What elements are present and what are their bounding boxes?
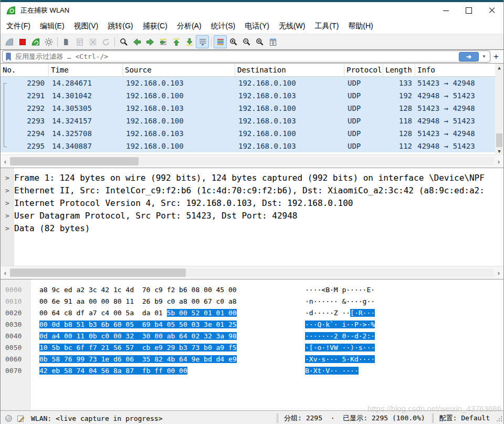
menu-item[interactable]: 编辑(E)	[35, 19, 69, 33]
scrollbar-track[interactable]	[10, 157, 494, 166]
start-capture-button[interactable]	[3, 35, 16, 48]
column-header[interactable]: Protocol	[344, 64, 383, 76]
hex-ascii[interactable]: ·d·····Z ··[·R···	[305, 307, 375, 319]
hex-ascii[interactable]: ····<B·M p·····E·	[305, 284, 375, 296]
close-file-button[interactable]	[86, 35, 99, 48]
column-header[interactable]: Length	[383, 64, 415, 76]
display-filter-input[interactable]	[14, 52, 459, 61]
details-line[interactable]: >Ethernet II, Src: IntelCor_c9:f2:b6 (1c…	[1, 184, 503, 197]
details-line[interactable]: >Data (82 bytes)	[1, 222, 503, 234]
hex-row[interactable]: 0000a8 9c ed a2 3c 42 1c 4d 70 c9 f2 b6 …	[1, 284, 503, 296]
hex-bytes[interactable]: 0b 58 76 99 73 1e d6 06 35 82 4b 64 9e b…	[39, 354, 279, 365]
details-line[interactable]: >Frame 1: 124 bytes on wire (992 bits), …	[1, 171, 503, 184]
scrollbar-thumb[interactable]	[496, 133, 502, 147]
bookmark-icon[interactable]	[5, 53, 12, 61]
menu-item[interactable]: 跳转(G)	[103, 19, 138, 33]
hex-ascii[interactable]: B·Xt·V·· ····	[305, 365, 359, 377]
maximize-button[interactable]	[457, 2, 480, 19]
packet-row[interactable]: 229214.305305192.168.0.103192.168.0.100U…	[1, 102, 496, 115]
menu-item[interactable]: 视图(V)	[69, 19, 103, 33]
packet-row[interactable]: 229514.340887192.168.0.100192.168.0.103U…	[1, 140, 496, 152]
hex-ascii[interactable]: ·n······ &····g··	[305, 296, 375, 307]
open-file-button[interactable]	[60, 35, 73, 48]
hex-bytes[interactable]: 10 5b bc 6f f7 21 56 57 cb e9 29 b3 73 b…	[39, 342, 279, 354]
restart-capture-button[interactable]	[29, 35, 42, 48]
expert-info-icon[interactable]	[5, 415, 13, 422]
hex-bytes[interactable]: 0d a4 00 11 0b c0 00 32 30 00 ab 64 02 3…	[39, 330, 279, 342]
expand-chevron-icon[interactable]: >	[1, 224, 14, 232]
details-horizontal-scrollbar[interactable]: ‹ ›	[1, 266, 503, 279]
zoom-out-button[interactable]	[240, 35, 253, 48]
column-header[interactable]: No.	[1, 64, 49, 76]
stop-capture-button[interactable]	[16, 35, 29, 48]
find-packet-button[interactable]	[117, 35, 130, 48]
packet-row[interactable]: 229414.325708192.168.0.103192.168.0.100U…	[1, 127, 496, 140]
capture-comment-icon[interactable]	[17, 415, 25, 422]
scrollbar-thumb[interactable]	[10, 268, 186, 277]
hex-row[interactable]: 002000 64 c8 df a7 c4 00 5a da 01 5b 00 …	[1, 307, 503, 319]
menu-item[interactable]: 电话(Y)	[240, 19, 274, 33]
expand-chevron-icon[interactable]: >	[1, 174, 14, 182]
hex-row[interactable]: 001000 6e 91 aa 00 00 80 11 26 b9 c0 a8 …	[1, 296, 503, 307]
menu-item[interactable]: 统计(S)	[206, 19, 240, 33]
hex-bytes[interactable]: 00 0d b8 51 b3 6b 60 05 69 b4 05 50 03 3…	[39, 319, 279, 330]
packet-row[interactable]: 229314.324157192.168.0.100192.168.0.103U…	[1, 115, 496, 127]
hex-ascii[interactable]: ···Q·k`· i··P·>·%	[305, 319, 375, 330]
hex-ascii[interactable]: ·······2 0··d·2:·	[305, 330, 375, 342]
add-filter-button[interactable]: +	[490, 51, 502, 62]
hex-ascii[interactable]: ·[·o·!VW ··)·s···	[305, 342, 375, 354]
hex-bytes[interactable]: 42 eb 58 74 04 56 8a 87 fb ff 00 00	[39, 365, 279, 377]
go-to-packet-button[interactable]	[156, 35, 170, 48]
expand-chevron-icon[interactable]: >	[1, 199, 14, 207]
hex-bytes[interactable]: 00 6e 91 aa 00 00 80 11 26 b9 c0 a8 00 6…	[39, 296, 279, 307]
hex-row[interactable]: 00400d a4 00 11 0b c0 00 32 30 00 ab 64 …	[1, 330, 503, 342]
hex-row[interactable]: 007042 eb 58 74 04 56 8a 87 fb ff 00 00B…	[1, 365, 503, 377]
resize-columns-button[interactable]	[266, 35, 279, 48]
scrollbar-track[interactable]	[10, 268, 494, 277]
scroll-right-arrow-icon[interactable]: ›	[494, 269, 503, 277]
zoom-reset-button[interactable]	[253, 35, 266, 48]
auto-scroll-button[interactable]	[196, 35, 209, 48]
minimize-button[interactable]	[434, 2, 457, 19]
resize-grip[interactable]	[495, 415, 502, 422]
close-button[interactable]	[480, 2, 503, 19]
menu-item[interactable]: 分析(A)	[172, 19, 206, 33]
go-to-bottom-button[interactable]	[183, 35, 196, 48]
save-file-button[interactable]	[73, 35, 86, 48]
go-back-button[interactable]	[130, 35, 143, 48]
packet-list-vertical-scrollbar[interactable]: ▲ ▼	[495, 64, 503, 155]
menu-item[interactable]: 帮助(H)	[343, 19, 377, 33]
display-filter-field[interactable]: ➜ ▼	[2, 50, 490, 63]
zoom-in-button[interactable]	[227, 35, 240, 48]
column-header[interactable]: Source	[123, 64, 235, 76]
go-forward-button[interactable]	[143, 35, 156, 48]
packet-list-horizontal-scrollbar[interactable]: ‹ ›	[1, 154, 503, 168]
capture-options-button[interactable]	[42, 35, 55, 48]
column-header[interactable]: Destination	[235, 64, 344, 76]
hex-row[interactable]: 003000 0d b8 51 b3 6b 60 05 69 b4 05 50 …	[1, 319, 503, 330]
filter-dropdown-caret-icon[interactable]: ▼	[480, 54, 488, 59]
colorize-button[interactable]	[214, 35, 227, 48]
menu-item[interactable]: 捕获(C)	[138, 19, 172, 33]
expand-chevron-icon[interactable]: >	[1, 187, 14, 194]
scroll-down-arrow-icon[interactable]: ▼	[495, 147, 503, 155]
scroll-up-arrow-icon[interactable]: ▲	[495, 64, 503, 71]
details-line[interactable]: >Internet Protocol Version 4, Src: 192.1…	[1, 197, 503, 209]
column-header[interactable]: Time	[49, 64, 123, 76]
column-header[interactable]: Info	[415, 64, 496, 76]
details-line[interactable]: >User Datagram Protocol, Src Port: 51423…	[1, 209, 503, 222]
expand-chevron-icon[interactable]: >	[1, 212, 14, 220]
scrollbar-thumb[interactable]	[10, 157, 139, 166]
profile-text[interactable]: 配置: Default	[434, 413, 495, 423]
hex-bytes[interactable]: a8 9c ed a2 3c 42 1c 4d 70 c9 f2 b6 08 0…	[39, 284, 279, 296]
scroll-right-arrow-icon[interactable]: ›	[494, 158, 503, 166]
packet-row[interactable]: 229014.284671192.168.0.103192.168.0.100U…	[1, 77, 496, 89]
go-to-top-button[interactable]	[170, 35, 183, 48]
scroll-left-arrow-icon[interactable]: ‹	[1, 269, 10, 277]
hex-row[interactable]: 005010 5b bc 6f f7 21 56 57 cb e9 29 b3 …	[1, 342, 503, 354]
apply-filter-button[interactable]: ➜	[459, 52, 479, 61]
hex-ascii[interactable]: ·Xv·s··· 5·Kd····	[305, 354, 375, 365]
hex-bytes[interactable]: 00 64 c8 df a7 c4 00 5a da 01 5b 00 52 0…	[39, 307, 279, 319]
menu-item[interactable]: 文件(F)	[2, 19, 35, 33]
hex-row[interactable]: 00600b 58 76 99 73 1e d6 06 35 82 4b 64 …	[1, 354, 503, 365]
